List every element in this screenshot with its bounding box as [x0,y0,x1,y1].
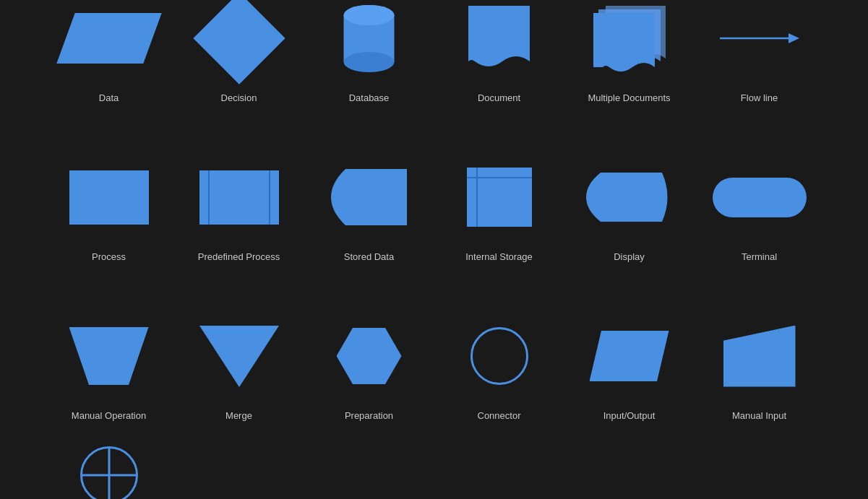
shape-terminal [709,150,810,244]
shape-merge [189,309,290,403]
internal-storage-svg [467,168,532,227]
manual-op-trapezoid [69,327,149,385]
process-rectangle [69,170,149,225]
shape-manual-input [709,309,810,403]
svg-marker-5 [788,33,799,43]
predefined-process-rect [199,170,279,225]
cell-multiple-documents: Multiple Documents [564,0,695,110]
label-decision: Decision [221,92,257,103]
label-internal-storage: Internal Storage [465,251,533,262]
stored-data-svg [331,169,407,225]
label-database: Database [349,92,390,103]
cell-process: Process [44,110,174,269]
label-flow-line: Flow line [741,92,778,103]
document-svg [465,2,533,74]
label-process: Process [92,251,126,262]
label-predefined-process: Predefined Process [198,251,280,262]
cell-document: Document [434,0,564,110]
cell-merge: Merge [174,269,304,428]
shape-stored-data [319,150,420,244]
flow-line-svg [716,27,803,49]
cell-flow-line: Flow line [695,0,825,110]
shape-internal-storage [449,150,550,244]
shape-connector [449,309,550,403]
connector-circle [470,327,528,385]
flowchart-symbols-grid: Data Decision Database Document [30,0,839,499]
data-parallelogram [56,13,161,64]
shape-multiple-documents [579,0,680,85]
cell-manual-input: Manual Input [695,269,825,428]
shape-preparation [319,309,420,403]
merge-triangle [199,326,279,387]
display-svg [586,173,673,222]
shape-process [59,150,160,244]
decision-diamond [193,0,285,84]
or-circle-cross [80,446,138,499]
svg-point-3 [344,5,395,25]
label-preparation: Preparation [345,410,393,421]
cell-preparation: Preparation [304,269,434,428]
cell-display: Display [564,110,695,269]
label-manual-input: Manual Input [732,410,786,421]
cell-terminal: Terminal [695,110,825,269]
shape-input-output [579,309,680,403]
multiple-documents-svg [590,2,669,74]
label-manual-operation: Manual Operation [72,410,146,421]
cell-internal-storage: Internal Storage [434,110,564,269]
shape-display [579,150,680,244]
cell-input-output: Input/Output [564,269,695,428]
label-terminal: Terminal [742,251,777,262]
cell-data: Data [44,0,174,110]
shape-data [59,0,160,85]
preparation-hexagon [337,328,402,384]
or-vertical-line [108,448,110,499]
label-input-output: Input/Output [603,410,656,421]
cell-database: Database [304,0,434,110]
shape-manual-operation [59,309,160,403]
io-parallelogram [590,331,669,381]
manual-input-slant [723,326,796,387]
label-display: Display [614,251,645,262]
label-connector: Connector [478,410,521,421]
shape-database [319,0,420,85]
shape-decision [189,0,290,85]
label-merge: Merge [225,410,252,421]
cell-predefined-process: Predefined Process [174,110,304,269]
shape-flow-line [709,0,810,85]
database-cylinder [342,2,396,74]
cell-or: Or [44,428,174,499]
shape-document [449,0,550,85]
shape-predefined-process [189,150,290,244]
cell-stored-data: Stored Data [304,110,434,269]
label-document: Document [478,92,520,103]
terminal-rounded-rect [713,178,807,217]
cell-decision: Decision [174,0,304,110]
label-multiple-documents: Multiple Documents [588,92,670,103]
cell-connector: Connector [434,269,564,428]
svg-point-2 [344,52,395,72]
cell-manual-operation: Manual Operation [44,269,174,428]
label-data: Data [99,92,119,103]
label-stored-data: Stored Data [344,251,394,262]
shape-or [59,428,160,499]
